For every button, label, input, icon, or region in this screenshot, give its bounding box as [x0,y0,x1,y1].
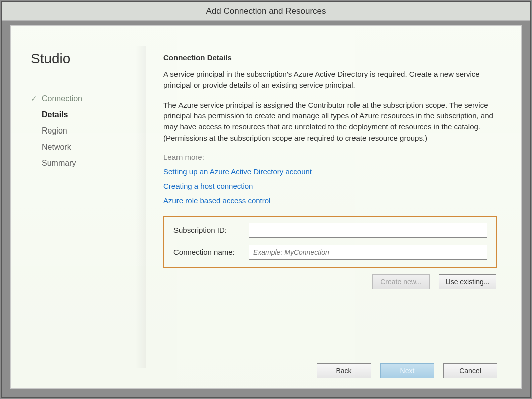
intro-paragraph: A service principal in the subscription'… [163,69,497,91]
step-details[interactable]: Details [42,110,146,119]
subscription-id-input[interactable] [249,223,487,238]
wizard-footer-buttons: Back Next Cancel [317,363,497,378]
titlebar: Add Connection and Resources [2,2,530,21]
next-button[interactable]: Next [380,363,434,378]
link-rbac[interactable]: Azure role based access control [163,196,497,205]
content-panel: Studio Connection Details Region Network… [10,25,522,389]
link-azure-ad-account[interactable]: Setting up an Azure Active Directory acc… [163,167,497,176]
subscription-id-label: Subscription ID: [173,226,249,234]
step-connection[interactable]: Connection [42,94,146,103]
learn-more-label: Learn more: [163,153,497,161]
sp-button-row: Create new... Use existing... [163,274,497,289]
link-host-connection[interactable]: Creating a host connection [163,182,497,190]
connection-name-input[interactable] [249,245,487,260]
step-network[interactable]: Network [42,143,146,152]
cancel-button[interactable]: Cancel [443,363,497,378]
use-existing-button[interactable]: Use existing... [439,274,496,289]
back-button[interactable]: Back [317,363,371,378]
wizard-window: Add Connection and Resources Studio Conn… [1,1,531,398]
desc-paragraph: The Azure service principal is assigned … [163,100,497,144]
create-new-button: Create new... [372,274,430,289]
section-heading: Connection Details [163,53,497,62]
studio-brand: Studio [31,51,146,67]
subscription-row: Subscription ID: [173,223,487,238]
connection-name-row: Connection name: [173,245,487,260]
wizard-steps: Connection Details Region Network Summar… [31,94,146,168]
main-panel: Connection Details A service principal i… [146,26,521,388]
step-summary[interactable]: Summary [42,159,146,168]
form-highlight-box: Subscription ID: Connection name: [163,216,497,268]
sidebar: Studio Connection Details Region Network… [11,26,146,388]
window-title: Add Connection and Resources [206,6,326,16]
step-region[interactable]: Region [42,126,146,136]
connection-name-label: Connection name: [173,248,249,256]
